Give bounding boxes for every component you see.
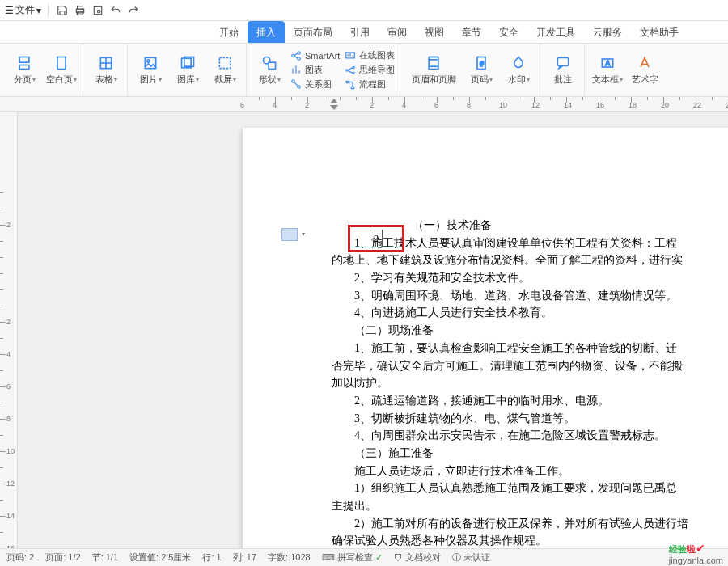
doc-line[interactable]: 1）组织施工人员认真熟悉施工范围及施工要求，发现问题已禹总 — [332, 479, 728, 497]
watermark-logo: 经验啦✔ jingyanla.com — [669, 542, 723, 565]
table-button[interactable]: 表格▾ — [90, 48, 122, 93]
picture-button[interactable]: 图片▾ — [134, 48, 167, 93]
vertical-ruler[interactable]: 22468101214161820 — [0, 112, 18, 548]
gallery-button[interactable]: 图库▾ — [171, 48, 204, 93]
page-number-button[interactable]: #页码▾ — [465, 48, 497, 93]
svg-point-19 — [298, 51, 301, 54]
info-icon: ⓘ — [452, 551, 461, 564]
svg-rect-17 — [269, 62, 275, 69]
label: 在线图表 — [359, 49, 395, 61]
textbox-button[interactable]: A文本框▾ — [591, 48, 624, 93]
svg-line-36 — [348, 67, 353, 70]
tab-sections[interactable]: 章节 — [453, 21, 490, 43]
shapes-button[interactable]: 形状▾ — [253, 48, 286, 93]
print-icon[interactable] — [73, 3, 87, 18]
file-menu-label: 文件 — [15, 3, 35, 17]
svg-rect-5 — [19, 57, 29, 63]
save-icon[interactable] — [55, 3, 70, 18]
screenshot-icon — [216, 54, 234, 72]
doc-line[interactable]: （三）施工准备 — [332, 445, 728, 463]
tab-dochelper[interactable]: 文档助手 — [631, 21, 688, 43]
label: 水印 — [508, 74, 526, 86]
status-doccheck[interactable]: ⛉文档校对 — [394, 551, 441, 564]
doc-line[interactable]: （二）现场准备 — [332, 322, 728, 340]
doc-line[interactable]: 的地上、地下建筑及设施分布情况资料。全面了解工程的资料，进行实 — [332, 251, 728, 269]
doc-line[interactable]: 3、切断被拆建筑物的水、电、煤气管道等。 — [332, 410, 728, 428]
label: 艺术字 — [632, 74, 658, 86]
chevron-down-icon: ▾ — [36, 5, 41, 16]
wordart-button[interactable]: 艺术字 — [629, 48, 661, 93]
tab-security[interactable]: 安全 — [490, 21, 527, 43]
doc-line[interactable]: 1、施工前，要认真检查影响工程安全施工的各种管线的切断、迁 — [332, 340, 728, 357]
doc-line[interactable]: 主提出。 — [332, 497, 728, 515]
tab-start[interactable]: 开始 — [210, 21, 248, 43]
flowchart-button[interactable]: 流程图 — [345, 78, 395, 91]
screenshot-button[interactable]: 截屏▾ — [209, 48, 241, 93]
tab-devtools[interactable]: 开发工具 — [527, 21, 584, 43]
status-spell[interactable]: ⌨拼写检查✓ — [322, 551, 383, 564]
svg-point-34 — [353, 66, 354, 68]
tab-layout[interactable]: 页面布局 — [285, 21, 341, 43]
doc-line[interactable]: 4、向周围群众出示安民告示，在施工危险区域设置警戒标志。 — [332, 427, 728, 445]
mindmap-icon — [345, 65, 356, 76]
svg-rect-15 — [219, 57, 230, 68]
flowchart-icon — [345, 79, 356, 91]
relation-icon — [290, 78, 302, 90]
divider — [48, 4, 49, 17]
tab-insert[interactable]: 插入 — [248, 21, 285, 43]
comment-button[interactable]: 批注 — [547, 48, 579, 93]
redo-icon[interactable] — [126, 3, 141, 18]
shield-icon: ⛉ — [394, 553, 403, 563]
doc-line[interactable]: 2、学习有关规范和安全技术文件。 — [332, 269, 728, 287]
relation-button[interactable]: 关系图 — [290, 78, 340, 91]
watermark-button[interactable]: 水印▾ — [502, 48, 535, 93]
horizontal-ruler[interactable]: 64224681012141618202224262830 — [0, 97, 728, 112]
paragraph-icon[interactable]: ▾ — [281, 228, 298, 241]
doc-line[interactable]: 4、向进扬施工人员进行安全技术教育。 — [332, 304, 728, 322]
chevron-down-icon: ▾ — [196, 76, 199, 83]
label: 表格 — [95, 74, 113, 86]
page-number-highlight: 2 — [348, 225, 404, 252]
doc-line[interactable]: 加以防护。 — [332, 374, 728, 392]
status-chars[interactable]: 字数: 1028 — [268, 551, 311, 564]
doc-line[interactable]: 3、明确周围环境、场地、道路、水电设备管道、建筑物情况等。 — [332, 287, 728, 305]
page-break-button[interactable]: 分页▾ — [8, 48, 40, 93]
svg-rect-39 — [352, 87, 355, 88]
svg-point-35 — [353, 72, 354, 74]
undo-icon[interactable] — [108, 3, 123, 18]
status-pos[interactable]: 设置值: 2.5厘米 — [129, 551, 191, 564]
doc-line[interactable]: 2）施工前对所有的设备进行校正及保养，并对所有试验人员进行培 — [332, 515, 728, 533]
mindmap-button[interactable]: 思维导图 — [345, 64, 395, 76]
status-line[interactable]: 行: 1 — [202, 551, 221, 564]
file-menu[interactable]: ☰ 文件 ▾ — [5, 3, 41, 17]
svg-text:#: # — [480, 60, 485, 68]
status-page-view[interactable]: 页面: 1/2 — [45, 551, 80, 564]
tab-review[interactable]: 审阅 — [379, 21, 416, 43]
chevron-down-icon: ▾ — [302, 230, 305, 239]
doc-line[interactable]: 2、疏通运输道路，接通施工中的临时用水、电源。 — [332, 392, 728, 410]
header-footer-button[interactable]: 页眉和页脚 — [407, 48, 460, 93]
doc-line[interactable]: 否完毕，确认安全后方可施工。清理施工范围内的物资、设备，不能搬 — [332, 357, 728, 375]
tab-view[interactable]: 视图 — [416, 21, 453, 43]
blank-page-button[interactable]: 空白页▾ — [45, 48, 78, 93]
smartart-button[interactable]: SmartArt — [290, 50, 340, 61]
status-col[interactable]: 列: 17 — [233, 551, 256, 564]
chevron-down-icon: ▾ — [159, 76, 162, 83]
doc-line[interactable]: 施工人员进场后，立即进行技术准备工作。 — [332, 463, 728, 480]
document-page[interactable]: ▾ 2 （一）技术准备1、施工技术人员要认真审阅建设单单位供的工程有关资料：工程… — [243, 128, 728, 548]
label: 页码 — [471, 74, 489, 86]
chart-button[interactable]: 图表 — [290, 64, 340, 76]
status-section[interactable]: 节: 1/1 — [92, 551, 118, 564]
tab-references[interactable]: 引用 — [341, 21, 379, 43]
tab-cloud[interactable]: 云服务 — [584, 21, 631, 43]
workspace: 22468101214161820 ▾ 2 （一）技术准备1、施工技术人员要认真… — [0, 112, 728, 548]
status-page-no[interactable]: 页码: 2 — [6, 551, 34, 564]
chevron-down-icon: ▾ — [114, 76, 117, 83]
check-icon: ✓ — [375, 552, 383, 563]
status-auth[interactable]: ⓘ未认证 — [452, 551, 490, 564]
online-chart-button[interactable]: 在线图表 — [345, 49, 395, 61]
label: 图片 — [140, 74, 158, 86]
label: 文本框 — [592, 74, 619, 86]
print-preview-icon[interactable] — [91, 3, 105, 18]
doc-line[interactable]: （一）技术准备 — [413, 217, 728, 234]
